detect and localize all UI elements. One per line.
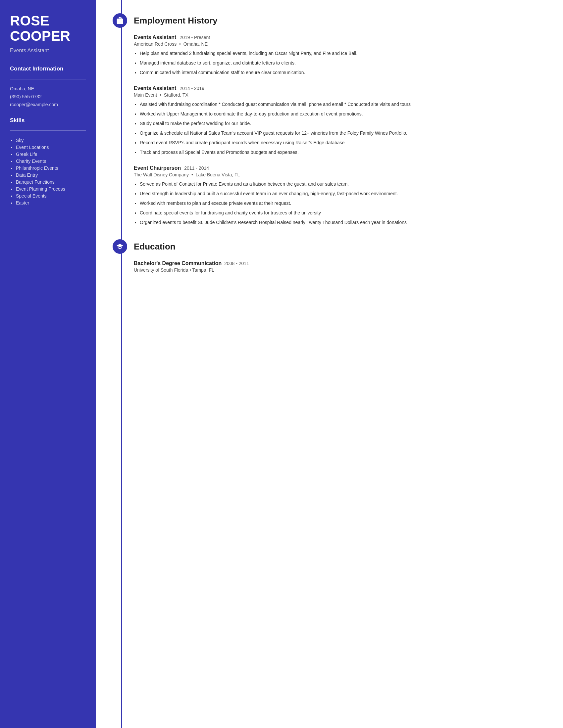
job-bullet: Study detail to make the perfect wedding… <box>140 120 550 127</box>
job-company: Main Event • Stafford, TX <box>134 92 550 98</box>
job-bullet: Track and process all Special Events and… <box>140 149 550 156</box>
jobs-container: Events Assistant2019 - PresentAmerican R… <box>113 34 550 226</box>
job-block: Events Assistant2019 - PresentAmerican R… <box>113 34 550 76</box>
skill-item: Data Entry <box>16 172 86 178</box>
job-bullets: Assisted with fundraising coordination *… <box>134 101 550 156</box>
job-bullet: Organized events to benefit St. Jude Chi… <box>140 219 550 226</box>
contact-divider <box>10 79 86 79</box>
skills-section-title: Skills <box>10 117 86 126</box>
main-content: Employment History Events Assistant2019 … <box>96 0 563 728</box>
edu-container: Bachelor's Degree Communication2008 - 20… <box>113 260 550 273</box>
job-bullet: Help plan and attended 2 fundraising spe… <box>140 50 550 57</box>
employment-icon <box>113 13 127 28</box>
skill-item: Banquet Functions <box>16 179 86 185</box>
job-block: Events Assistant2014 - 2019Main Event • … <box>113 85 550 156</box>
edu-degree: Bachelor's Degree Communication <box>134 260 221 266</box>
contact-location: Omaha, NE <box>10 86 86 91</box>
job-title: Event Chairperson <box>134 165 181 171</box>
job-bullet: Organize & schedule all National Sales T… <box>140 130 550 137</box>
education-icon <box>113 239 127 254</box>
contact-email: rcooper@example.com <box>10 102 86 107</box>
education-title: Education <box>134 242 175 252</box>
edu-title-line: Bachelor's Degree Communication2008 - 20… <box>134 260 550 266</box>
skill-item: Greek Life <box>16 152 86 157</box>
job-bullet: Used strength in leadership and built a … <box>140 190 550 197</box>
job-bullets: Served as Point of Contact for Private E… <box>134 181 550 226</box>
job-bullet: Assisted with fundraising coordination *… <box>140 101 550 108</box>
contact-phone: (390) 555-0732 <box>10 94 86 99</box>
candidate-title: Events Assistant <box>10 48 86 54</box>
education-section: Education Bachelor's Degree Communicatio… <box>113 239 550 273</box>
education-header: Education <box>113 239 550 254</box>
job-title: Events Assistant <box>134 34 176 40</box>
candidate-name: ROSE COOPER <box>10 13 86 44</box>
job-bullet: Worked with members to plan and execute … <box>140 200 550 207</box>
job-block: Event Chairperson2011 - 2014The Walt Dis… <box>113 165 550 226</box>
skill-item: Charity Events <box>16 159 86 164</box>
job-header: Events Assistant2014 - 2019 <box>134 85 550 91</box>
sidebar: ROSE COOPER Events Assistant Contact Inf… <box>0 0 96 728</box>
skill-item: Event Locations <box>16 145 86 150</box>
edu-block: Bachelor's Degree Communication2008 - 20… <box>113 260 550 273</box>
contact-section-title: Contact Information <box>10 66 86 74</box>
job-bullet: Served as Point of Contact for Private E… <box>140 181 550 188</box>
skills-list: SkyEvent LocationsGreek LifeCharity Even… <box>10 138 86 205</box>
skill-item: Event Planning Process <box>16 186 86 192</box>
employment-section: Employment History Events Assistant2019 … <box>113 13 550 226</box>
job-bullet: Record event RSVP's and create participa… <box>140 139 550 146</box>
job-bullet: Coordinate special events for fundraisin… <box>140 209 550 216</box>
job-bullet: Managed internal database to sort, organ… <box>140 60 550 67</box>
job-company: The Walt Disney Company • Lake Buena Vis… <box>134 172 550 177</box>
skill-item: Philanthropic Events <box>16 165 86 171</box>
employment-header: Employment History <box>113 13 550 28</box>
skills-divider <box>10 130 86 131</box>
job-bullets: Help plan and attended 2 fundraising spe… <box>134 50 550 76</box>
job-header: Events Assistant2019 - Present <box>134 34 550 40</box>
skill-item: Special Events <box>16 193 86 199</box>
edu-school: University of South Florida • Tampa, FL <box>134 267 550 273</box>
skill-item: Sky <box>16 138 86 143</box>
job-bullet: Communicated with internal communication… <box>140 69 550 76</box>
job-dates: 2014 - 2019 <box>179 86 204 91</box>
edu-dates: 2008 - 2011 <box>224 261 249 266</box>
job-dates: 2011 - 2014 <box>184 165 209 171</box>
job-company: American Red Cross • Omaha, NE <box>134 41 550 47</box>
job-dates: 2019 - Present <box>179 35 210 40</box>
skill-item: Easter <box>16 200 86 205</box>
job-header: Event Chairperson2011 - 2014 <box>134 165 550 171</box>
employment-title: Employment History <box>134 16 217 26</box>
job-bullet: Worked with Upper Management to coordina… <box>140 111 550 117</box>
job-title: Events Assistant <box>134 85 176 91</box>
